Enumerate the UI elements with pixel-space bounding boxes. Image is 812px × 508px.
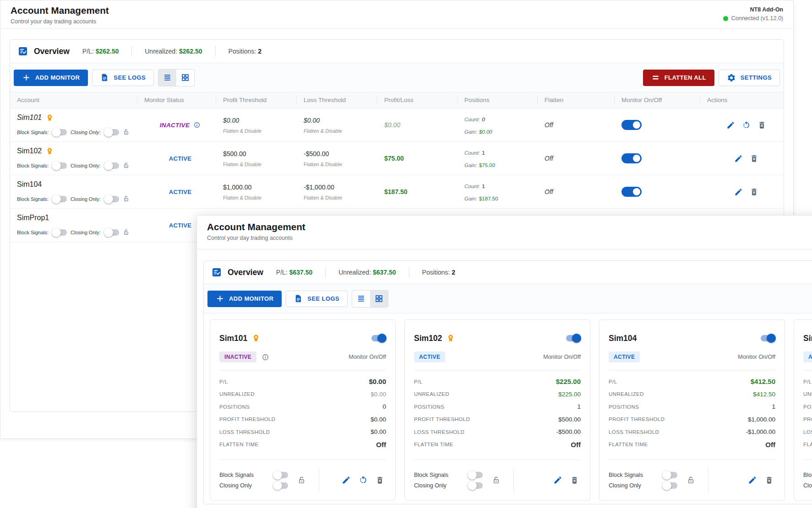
grid-icon: [375, 294, 383, 303]
closing-only-toggle[interactable]: [104, 129, 119, 135]
column-header-profit-loss: Profit/Loss: [377, 96, 458, 105]
monitor-toggle[interactable]: [761, 335, 775, 341]
closing-only-toggle[interactable]: [663, 482, 677, 489]
column-header-monitor-status: Monitor Status: [137, 96, 216, 105]
positions-count: 1: [482, 150, 485, 156]
info-icon[interactable]: [262, 353, 269, 361]
block-signals-toggle[interactable]: [663, 472, 677, 478]
monitor-onoff-label: Monitor On/Off: [738, 354, 775, 360]
positions-gain: $0.00: [479, 129, 492, 135]
account-name: SimProp1: [803, 334, 812, 343]
edit-icon[interactable]: [748, 476, 757, 485]
table-row-sim104: Sim104 Block Signals: Closing Only: ACTI…: [10, 175, 784, 209]
threshold-mode: Flatten & Disable: [304, 195, 377, 200]
edit-icon[interactable]: [342, 476, 351, 485]
table-header: Account Monitor Status Profit Threshold …: [10, 92, 784, 108]
lock-open-icon[interactable]: [123, 129, 130, 135]
block-signals-toggle[interactable]: [52, 129, 67, 135]
add-monitor-button[interactable]: ADD MONITOR: [14, 70, 88, 86]
see-logs-button[interactable]: SEE LOGS: [286, 291, 348, 307]
addon-label: NT8 Add-On: [723, 6, 783, 13]
list-view-button[interactable]: [352, 291, 370, 307]
pl-value: $412.50: [751, 378, 775, 385]
ribbon-icon: [46, 147, 54, 155]
reset-icon[interactable]: [742, 121, 751, 130]
delete-icon[interactable]: [750, 154, 758, 163]
lock-open-icon[interactable]: [123, 229, 130, 236]
closing-only-toggle[interactable]: [104, 162, 119, 169]
lock-icon[interactable]: [492, 476, 501, 485]
flatten-all-button[interactable]: FLATTEN ALL: [643, 70, 714, 86]
lock-open-icon[interactable]: [123, 195, 130, 202]
closing-only-label: Closing Only:: [71, 196, 100, 202]
positions-value: 1: [772, 403, 775, 410]
block-signals-toggle[interactable]: [52, 196, 67, 202]
block-signals-label: Block Signals:: [17, 130, 49, 135]
connection-dot-icon: [723, 16, 728, 21]
overview-bar: Overview P/L: $637.50 Unrealized: $637.5…: [204, 261, 812, 284]
grid-view-button[interactable]: [176, 70, 194, 86]
account-name: Sim102: [17, 147, 42, 155]
page-title: Account Management: [207, 222, 305, 232]
block-signals-toggle[interactable]: [52, 162, 67, 169]
pl-summary: P/L: $262.50: [82, 48, 119, 55]
positions-value: 1: [577, 403, 581, 410]
delete-icon[interactable]: [758, 121, 766, 130]
block-signals-toggle[interactable]: [468, 472, 483, 478]
account-name: Sim101: [17, 113, 42, 122]
divider: [708, 468, 708, 492]
closing-only-toggle[interactable]: [468, 482, 483, 489]
list-view-button[interactable]: [158, 70, 176, 86]
monitor-toggle[interactable]: [566, 335, 581, 341]
settings-button[interactable]: SETTINGS: [719, 70, 780, 86]
delete-icon[interactable]: [570, 476, 579, 485]
table-row-sim101: Sim101 Block Signals: Closing Only: INAC…: [10, 108, 784, 142]
positions-value: 0: [382, 403, 386, 410]
lock-open-icon[interactable]: [297, 476, 306, 485]
lock-open-icon[interactable]: [123, 162, 130, 169]
edit-icon[interactable]: [726, 121, 735, 130]
closing-only-toggle[interactable]: [104, 196, 119, 202]
closing-only-toggle[interactable]: [273, 482, 288, 489]
edit-icon[interactable]: [734, 154, 743, 163]
block-signals-label: Block Signals:: [17, 196, 49, 202]
monitor-toggle[interactable]: [621, 187, 642, 197]
monitor-toggle[interactable]: [621, 120, 642, 130]
ribbon-icon: [447, 334, 455, 342]
see-logs-button[interactable]: SEE LOGS: [92, 70, 154, 86]
delete-icon[interactable]: [765, 476, 774, 485]
delete-icon[interactable]: [750, 188, 758, 196]
account-cards: Sim101 INACTIVE Monitor On/Off P/L$0.00 …: [204, 313, 812, 507]
status-badge: ACTIVE: [609, 351, 640, 362]
status-badge: INACTIVE: [219, 351, 256, 362]
delete-icon[interactable]: [376, 476, 384, 485]
lock-icon[interactable]: [687, 476, 695, 485]
pl-value: $0.00: [384, 121, 458, 129]
account-card-sim104: Sim104 ACTIVE Monitor On/Off P/L$412.50 …: [599, 319, 785, 501]
edit-icon[interactable]: [553, 476, 562, 485]
info-icon[interactable]: [193, 121, 201, 129]
status-text: ACTIVE: [169, 189, 191, 195]
closing-only-label: Closing Only:: [71, 163, 100, 168]
overview-title: Overview: [228, 268, 263, 277]
monitor-toggle[interactable]: [621, 153, 642, 163]
closing-only-toggle[interactable]: [104, 229, 119, 236]
edit-icon[interactable]: [734, 188, 743, 196]
page-title: Account Management: [11, 5, 109, 16]
positions-count: 0: [482, 117, 485, 122]
grid-view-button[interactable]: [370, 291, 388, 307]
divider: [215, 46, 216, 57]
block-signals-toggle[interactable]: [273, 472, 288, 478]
column-header-account: Account: [10, 96, 137, 105]
loss-threshold-value: -$1,000.00: [304, 184, 377, 191]
monitor-toggle[interactable]: [371, 335, 386, 341]
add-monitor-button[interactable]: ADD MONITOR: [207, 291, 282, 307]
plus-icon: [22, 73, 31, 82]
overview-icon: [18, 46, 28, 56]
block-signals-toggle[interactable]: [52, 229, 67, 236]
profit-threshold-value: $500.00: [223, 150, 297, 157]
toolbar: ADD MONITOR SEE LOGS: [204, 284, 812, 313]
reset-icon[interactable]: [359, 476, 368, 485]
gear-icon: [727, 73, 736, 82]
positions-gain: $75.00: [479, 162, 495, 168]
